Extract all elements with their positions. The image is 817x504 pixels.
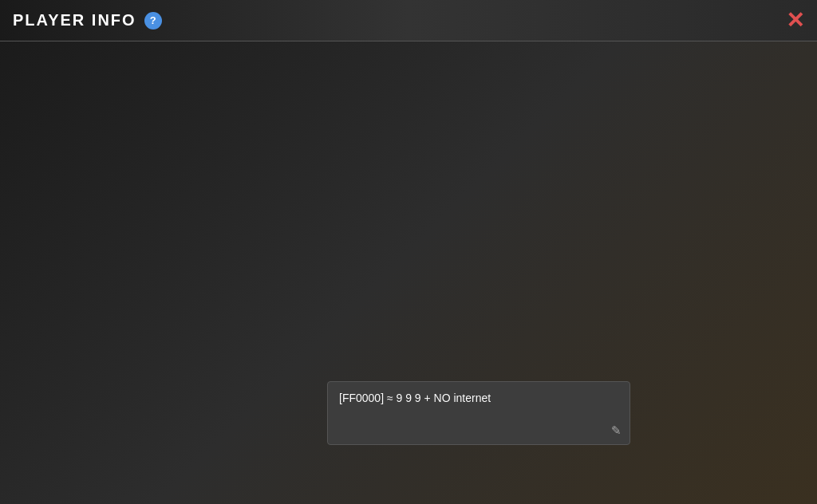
signature-value: [FF0000] ≈ 9 9 9 + NO internet bbox=[339, 390, 618, 407]
close-button[interactable]: ✕ bbox=[786, 10, 804, 32]
signature-input[interactable]: [FF0000] ≈ 9 9 9 + NO internet ✎ bbox=[327, 381, 630, 445]
app-container: PLAYER INFO ? ✕ BASIC STYLE Nickname Я3К… bbox=[0, 0, 817, 504]
help-button[interactable]: ? bbox=[144, 12, 162, 30]
edit-icon: ✎ bbox=[611, 423, 622, 438]
page-title: PLAYER INFO bbox=[13, 11, 136, 30]
header: PLAYER INFO ? ✕ bbox=[0, 0, 817, 41]
close-icon: ✕ bbox=[786, 8, 804, 33]
